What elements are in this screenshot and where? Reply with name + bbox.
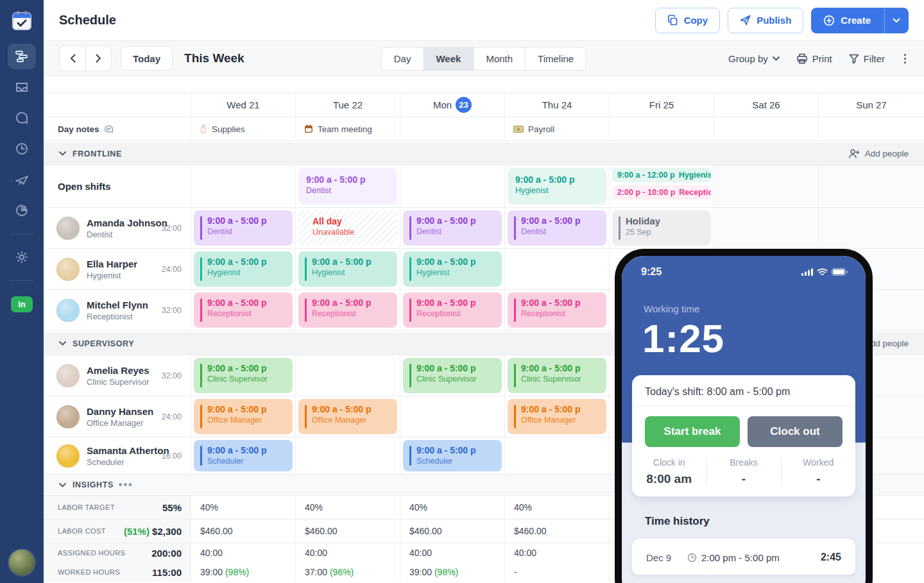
create-dropdown-caret[interactable] — [884, 8, 908, 33]
unavailable-chip[interactable]: All dayUnavailable — [298, 210, 397, 246]
filter-button[interactable]: Filter — [849, 53, 885, 64]
shift-chip[interactable]: 9:00 a - 5:00 pDentist — [403, 210, 502, 246]
sidebar-item-schedule[interactable] — [8, 44, 36, 69]
shift-chip[interactable]: 9:00 a - 5:00 pClinic Supervisor — [403, 358, 502, 393]
schedule-cell[interactable]: 9:00 a - 5:00 pScheduler — [400, 437, 505, 474]
view-tab-timeline[interactable]: Timeline — [525, 47, 586, 70]
user-avatar[interactable] — [8, 548, 36, 577]
shift-chip[interactable]: 9:00 a - 5:00 pDentist — [194, 210, 293, 246]
schedule-cell[interactable]: 9:00 a - 12:00 pHygienist2:00 p - 10:00 … — [610, 165, 714, 207]
schedule-cell[interactable]: 9:00 a - 5:00 pDentist — [191, 208, 296, 248]
schedule-cell[interactable]: 9:00 a - 5:00 pClinic Supervisor — [191, 355, 296, 396]
day-note-cell[interactable]: Payroll — [505, 117, 610, 140]
schedule-cell[interactable]: Holiday25 Sep — [610, 208, 714, 248]
schedule-cell[interactable] — [714, 165, 819, 207]
schedule-cell[interactable]: 9:00 a - 5:00 pOffice Manager — [505, 396, 610, 437]
holiday-chip[interactable]: Holiday25 Sep — [612, 210, 711, 246]
schedule-cell[interactable]: All dayUnavailable — [296, 208, 400, 248]
open-shift-chip[interactable]: 9:00 a - 5:00 pHygienist — [508, 168, 606, 205]
shift-chip[interactable]: 9:00 a - 5:00 pDentist — [508, 210, 606, 246]
schedule-cell[interactable] — [714, 208, 819, 248]
schedule-cell[interactable] — [296, 437, 400, 474]
schedule-cell[interactable]: 9:00 a - 5:00 pHygienist — [296, 249, 400, 289]
shift-chip[interactable]: 9:00 a - 5:00 pReceptionist — [403, 292, 502, 328]
schedule-cell[interactable] — [400, 396, 505, 437]
today-button[interactable]: Today — [121, 46, 173, 71]
schedule-cell[interactable]: 9:00 a - 5:00 pHygienist — [191, 249, 296, 289]
schedule-cell[interactable]: 9:00 a - 5:00 pReceptionist — [191, 290, 296, 330]
sidebar-item-timeclock[interactable] — [8, 136, 36, 162]
schedule-cell[interactable] — [505, 249, 610, 289]
open-shift-mini-chip[interactable]: 2:00 p - 10:00 pReceptio… — [612, 185, 711, 199]
schedule-cell[interactable]: 9:00 a - 5:00 pDentist — [505, 208, 610, 248]
day-note-cell[interactable] — [400, 117, 505, 140]
day-note[interactable]: Team meeting — [296, 117, 400, 140]
shift-chip[interactable]: 9:00 a - 5:00 pOffice Manager — [194, 399, 293, 434]
copy-button[interactable]: Copy — [655, 8, 721, 33]
start-break-button[interactable]: Start break — [645, 416, 740, 447]
schedule-cell[interactable]: 9:00 a - 5:00 pHygienist — [505, 165, 610, 207]
group-by-dropdown[interactable]: Group by — [728, 53, 780, 64]
schedule-cell[interactable]: 9:00 a - 5:00 pClinic Supervisor — [400, 355, 505, 396]
day-note-cell[interactable] — [819, 117, 924, 140]
clock-out-button[interactable]: Clock out — [748, 416, 843, 447]
shift-chip[interactable]: 9:00 a - 5:00 pHygienist — [403, 251, 502, 287]
sidebar-item-reports[interactable] — [8, 198, 36, 223]
open-shift-mini-chip[interactable]: 9:00 a - 12:00 pHygienist — [612, 168, 711, 182]
shift-chip[interactable]: 9:00 a - 5:00 pClinic Supervisor — [194, 358, 293, 393]
more-options-button[interactable] — [902, 51, 909, 66]
shift-chip[interactable]: 9:00 a - 5:00 pClinic Supervisor — [508, 358, 606, 393]
clocked-in-badge[interactable]: In — [11, 296, 33, 312]
schedule-cell[interactable] — [191, 165, 296, 207]
next-week-button[interactable] — [85, 46, 111, 71]
shift-chip[interactable]: 9:00 a - 5:00 pOffice Manager — [508, 399, 606, 434]
print-button[interactable]: Print — [796, 53, 832, 64]
section-collapse-toggle[interactable]: SUPERVISORY — [59, 339, 134, 348]
schedule-cell[interactable]: 9:00 a - 5:00 pClinic Supervisor — [505, 355, 610, 396]
add-people-button[interactable]: Add people — [849, 149, 909, 158]
day-note-cell[interactable]: Team meeting — [296, 117, 400, 140]
schedule-cell[interactable] — [819, 165, 924, 207]
schedule-cell[interactable]: 9:00 a - 5:00 pScheduler — [191, 437, 296, 474]
shift-chip[interactable]: 9:00 a - 5:00 pHygienist — [298, 251, 397, 287]
day-note-cell[interactable]: Supplies — [191, 117, 296, 140]
insights-more-button[interactable]: ••• — [119, 479, 133, 491]
schedule-cell[interactable]: 9:00 a - 5:00 pDentist — [296, 165, 400, 207]
view-tab-month[interactable]: Month — [473, 47, 525, 70]
insights-collapse-toggle[interactable]: INSIGHTS — [59, 480, 114, 489]
schedule-cell[interactable]: 9:00 a - 5:00 pReceptionist — [505, 290, 610, 330]
sidebar-item-inbox[interactable] — [8, 74, 36, 100]
schedule-cell[interactable] — [505, 437, 610, 474]
schedule-cell[interactable]: 9:00 a - 5:00 pOffice Manager — [296, 396, 400, 437]
day-note-cell[interactable] — [714, 117, 819, 140]
publish-button[interactable]: Publish — [728, 8, 803, 33]
schedule-cell[interactable]: 9:00 a - 5:00 pOffice Manager — [191, 396, 296, 437]
day-note[interactable]: Payroll — [505, 117, 609, 140]
schedule-cell[interactable]: 9:00 a - 5:00 pReceptionist — [296, 290, 400, 330]
view-tab-day[interactable]: Day — [382, 47, 424, 70]
day-note[interactable]: Supplies — [191, 117, 295, 140]
prev-week-button[interactable] — [60, 46, 85, 71]
shift-chip[interactable]: 9:00 a - 5:00 pReceptionist — [298, 292, 397, 328]
app-logo-calendar-icon[interactable] — [8, 6, 36, 35]
schedule-cell[interactable]: 9:00 a - 5:00 pHygienist — [400, 249, 505, 289]
schedule-cell[interactable]: 9:00 a - 5:00 pDentist — [400, 208, 505, 248]
day-note-cell[interactable] — [610, 117, 714, 140]
schedule-cell[interactable] — [819, 208, 924, 248]
section-collapse-toggle[interactable]: FRONTLINE — [59, 149, 122, 158]
shift-chip[interactable]: 9:00 a - 5:00 pHygienist — [194, 251, 293, 287]
schedule-cell[interactable] — [400, 165, 505, 207]
shift-chip[interactable]: 9:00 a - 5:00 pScheduler — [194, 440, 293, 471]
shift-chip[interactable]: 9:00 a - 5:00 pOffice Manager — [298, 399, 397, 434]
shift-chip[interactable]: 9:00 a - 5:00 pReceptionist — [194, 292, 293, 328]
sidebar-item-time-off[interactable] — [8, 167, 36, 192]
open-shift-chip[interactable]: 9:00 a - 5:00 pDentist — [298, 168, 397, 205]
shift-chip[interactable]: 9:00 a - 5:00 pReceptionist — [508, 292, 606, 328]
view-tab-week[interactable]: Week — [423, 47, 473, 70]
sidebar-item-messages[interactable] — [8, 105, 36, 131]
time-history-entry[interactable]: Dec 92:00 pm - 5:00 pm2:45 — [632, 539, 855, 575]
shift-chip[interactable]: 9:00 a - 5:00 pScheduler — [403, 440, 502, 471]
schedule-cell[interactable]: 9:00 a - 5:00 pReceptionist — [400, 290, 505, 330]
sidebar-item-settings[interactable] — [8, 244, 36, 270]
create-button[interactable]: Create — [811, 8, 909, 33]
